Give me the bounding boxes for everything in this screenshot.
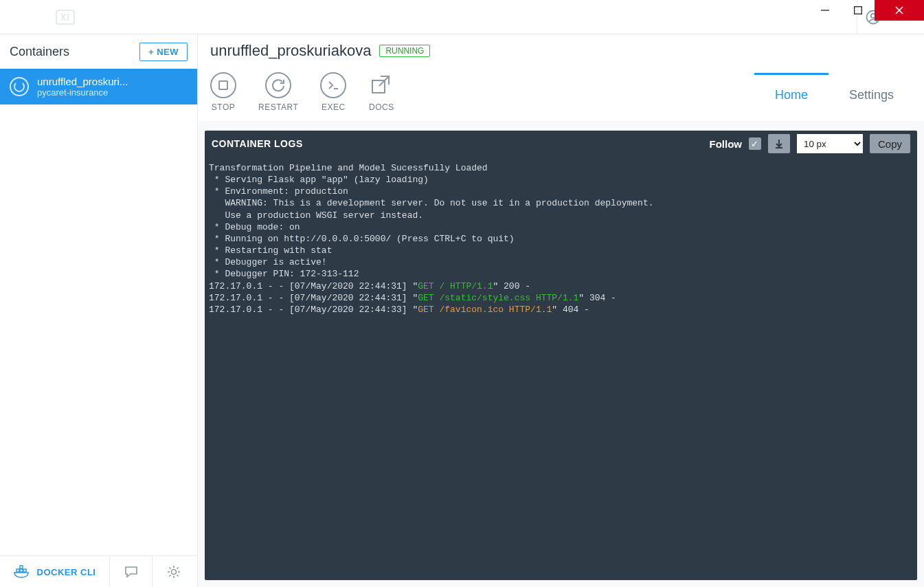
svg-rect-4	[56, 10, 74, 24]
svg-rect-7	[16, 569, 19, 572]
feedback-button[interactable]	[110, 556, 153, 587]
log-line: * Debugger PIN: 172-313-112	[209, 268, 913, 280]
new-button-label: NEW	[157, 47, 179, 57]
tab-settings[interactable]: Settings	[829, 73, 914, 118]
window-close-button[interactable]	[875, 0, 924, 21]
maximize-icon	[854, 6, 862, 14]
sidebar-container-item[interactable]: unruffled_proskuri... pycaret-insurance	[0, 69, 197, 104]
exec-label: EXEC	[322, 102, 346, 112]
docs-label: DOCS	[369, 102, 394, 112]
log-line: * Environment: production	[209, 186, 913, 197]
close-icon	[894, 5, 904, 15]
container-logs-panel: CONTAINER LOGS Follow ✓ 10 px Copy Trans…	[205, 131, 917, 580]
svg-rect-12	[219, 81, 227, 89]
restart-button[interactable]: RESTART	[258, 72, 298, 112]
logs-output[interactable]: Transformation Pipeline and Model Sucess…	[205, 157, 917, 580]
new-container-button[interactable]: NEW	[139, 43, 188, 61]
restart-icon	[271, 78, 285, 92]
log-line: * Restarting with stat	[209, 245, 913, 256]
sidebar-title: Containers	[10, 45, 69, 59]
follow-label: Follow	[709, 138, 742, 150]
log-line: 172.17.0.1 - - [07/May/2020 22:44:31] "G…	[209, 280, 913, 292]
download-arrow-icon	[774, 138, 785, 149]
log-line: Transformation Pipeline and Model Sucess…	[209, 162, 913, 174]
svg-rect-8	[20, 569, 23, 572]
window-maximize-button[interactable]	[842, 0, 875, 21]
log-line: * Serving Flask app "app" (lazy loading)	[209, 174, 913, 186]
docker-cli-label: DOCKER CLI	[37, 567, 96, 577]
log-line: * Running on http://0.0.0.0:5000/ (Press…	[209, 233, 913, 245]
docs-button[interactable]: DOCS	[368, 72, 394, 112]
settings-button[interactable]	[153, 556, 195, 587]
follow-checkbox[interactable]: ✓	[749, 137, 761, 150]
log-line: * Debugger is active!	[209, 256, 913, 268]
log-line: WARNING: This is a development server. D…	[209, 197, 913, 209]
gear-icon	[166, 564, 181, 579]
tab-home[interactable]: Home	[754, 73, 829, 118]
window-minimize-button[interactable]	[809, 0, 842, 21]
sidebar: Containers NEW unruffled_proskuri... pyc…	[0, 34, 198, 587]
logs-panel-title: CONTAINER LOGS	[212, 138, 303, 149]
app-logo	[0, 0, 131, 34]
chat-icon	[124, 564, 139, 579]
log-line: 172.17.0.1 - - [07/May/2020 22:44:33] "G…	[209, 304, 913, 315]
external-link-icon	[369, 73, 394, 98]
stop-label: STOP	[212, 102, 235, 112]
svg-rect-1	[855, 7, 862, 14]
container-running-icon	[10, 77, 29, 96]
status-badge: RUNNING	[379, 45, 430, 57]
log-line: * Debug mode: on	[209, 221, 913, 233]
terminal-icon	[327, 79, 339, 91]
svg-rect-10	[23, 569, 26, 572]
restart-label: RESTART	[258, 102, 298, 112]
page-title: unruffled_proskuriakova	[210, 42, 371, 60]
container-image-name: pycaret-insurance	[37, 87, 128, 98]
docker-icon	[14, 565, 30, 579]
container-name: unruffled_proskuri...	[37, 76, 128, 87]
exec-button[interactable]: EXEC	[320, 72, 346, 112]
log-line: Use a production WSGI server instead.	[209, 210, 913, 221]
docker-cli-button[interactable]: DOCKER CLI	[0, 556, 110, 587]
stop-button[interactable]: STOP	[210, 72, 236, 112]
scroll-to-bottom-button[interactable]	[768, 134, 790, 153]
kitematic-logo-icon	[56, 10, 75, 25]
log-font-size-select[interactable]: 10 px	[797, 134, 863, 153]
svg-point-11	[172, 570, 177, 575]
stop-icon	[218, 80, 228, 90]
log-line: 172.17.0.1 - - [07/May/2020 22:44:31] "G…	[209, 292, 913, 304]
copy-logs-button[interactable]: Copy	[870, 134, 910, 153]
svg-rect-9	[20, 566, 23, 568]
minimize-icon	[820, 5, 830, 15]
